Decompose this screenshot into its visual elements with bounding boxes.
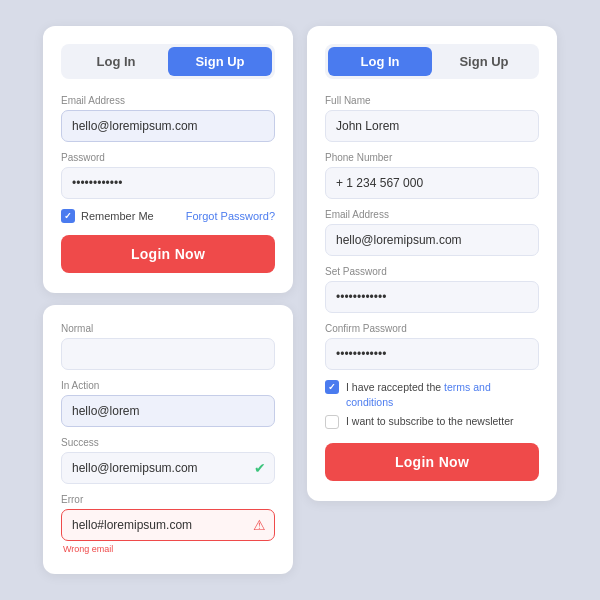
success-input[interactable] bbox=[61, 452, 275, 484]
confirmpassword-label: Confirm Password bbox=[325, 323, 539, 334]
error-input[interactable] bbox=[61, 509, 275, 541]
remember-row: Remember Me Forgot Password? bbox=[61, 209, 275, 223]
signup-tab-bar: Log In Sign Up bbox=[325, 44, 539, 79]
inaction-input[interactable] bbox=[61, 395, 275, 427]
remember-checkbox[interactable] bbox=[61, 209, 75, 223]
success-label: Success bbox=[61, 437, 275, 448]
remember-label: Remember Me bbox=[81, 210, 154, 222]
error-label: Error bbox=[61, 494, 275, 505]
newsletter-row: I want to subscribe to the newsletter bbox=[325, 415, 539, 429]
terms-checkbox[interactable] bbox=[325, 380, 339, 394]
success-icon: ✔ bbox=[254, 460, 266, 476]
email-signup-label: Email Address bbox=[325, 209, 539, 220]
newsletter-text: I want to subscribe to the newsletter bbox=[346, 415, 514, 427]
login-tab-bar: Log In Sign Up bbox=[61, 44, 275, 79]
inaction-label: In Action bbox=[61, 380, 275, 391]
fullname-label: Full Name bbox=[325, 95, 539, 106]
phone-input[interactable] bbox=[325, 167, 539, 199]
normal-label: Normal bbox=[61, 323, 275, 334]
confirmpassword-input[interactable] bbox=[325, 338, 539, 370]
tab-signup-left[interactable]: Sign Up bbox=[168, 47, 272, 76]
email-input[interactable] bbox=[61, 110, 275, 142]
newsletter-checkbox[interactable] bbox=[325, 415, 339, 429]
login-button-right[interactable]: Login Now bbox=[325, 443, 539, 481]
tab-login-left[interactable]: Log In bbox=[64, 47, 168, 76]
tab-login-right[interactable]: Log In bbox=[328, 47, 432, 76]
fullname-input[interactable] bbox=[325, 110, 539, 142]
error-icon: ⚠ bbox=[253, 517, 266, 533]
setpassword-input[interactable] bbox=[325, 281, 539, 313]
password-input[interactable] bbox=[61, 167, 275, 199]
normal-input[interactable] bbox=[61, 338, 275, 370]
phone-label: Phone Number bbox=[325, 152, 539, 163]
terms-text: I have raccepted the terms and condition… bbox=[346, 380, 539, 409]
email-signup-input[interactable] bbox=[325, 224, 539, 256]
login-button-left[interactable]: Login Now bbox=[61, 235, 275, 273]
password-label: Password bbox=[61, 152, 275, 163]
setpassword-label: Set Password bbox=[325, 266, 539, 277]
terms-row: I have raccepted the terms and condition… bbox=[325, 380, 539, 409]
forgot-password-link[interactable]: Forgot Password? bbox=[186, 210, 275, 222]
tab-signup-right[interactable]: Sign Up bbox=[432, 47, 536, 76]
error-hint: Wrong email bbox=[63, 544, 275, 554]
email-label: Email Address bbox=[61, 95, 275, 106]
